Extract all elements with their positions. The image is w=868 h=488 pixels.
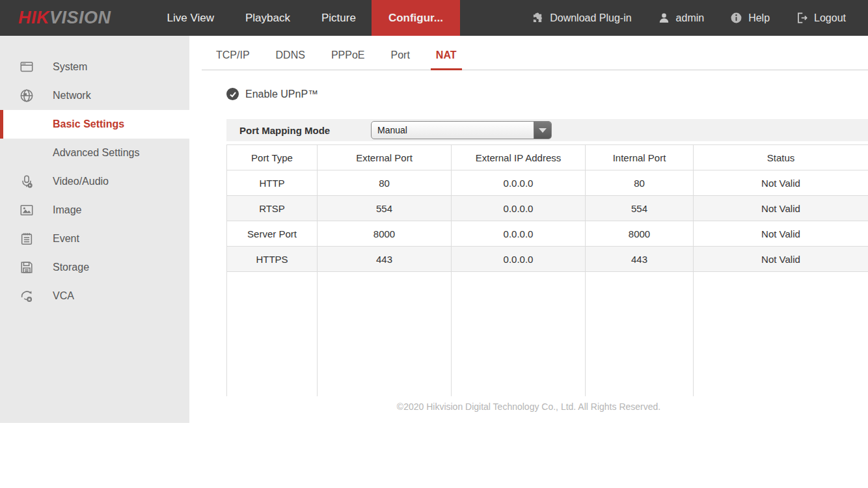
table-cell: 554 bbox=[318, 196, 452, 221]
upnp-port-table: Port Type External Port External IP Addr… bbox=[226, 144, 868, 396]
tab-pppoe[interactable]: PPPoE bbox=[326, 49, 370, 70]
user-menu[interactable]: admin bbox=[658, 12, 705, 24]
logo-hik: HIK bbox=[18, 8, 49, 27]
download-plugin-button[interactable]: Download Plug-in bbox=[531, 12, 631, 25]
user-label: admin bbox=[676, 12, 705, 24]
table-cell: 80 bbox=[318, 170, 452, 196]
table-cell: Not Valid bbox=[694, 196, 868, 221]
table-empty-cell bbox=[694, 272, 868, 396]
table-empty-cell bbox=[318, 272, 452, 396]
sidebar-item-label: VCA bbox=[53, 290, 74, 302]
sidebar-item-label: Image bbox=[53, 204, 81, 216]
table-empty-cell bbox=[452, 272, 586, 396]
port-mapping-mode-row: Port Mapping Mode Manual bbox=[226, 119, 868, 141]
user-icon bbox=[658, 12, 670, 24]
tab-tcpip[interactable]: TCP/IP bbox=[211, 49, 255, 70]
sidebar-item-label: Basic Settings bbox=[53, 118, 124, 130]
port-mapping-mode-label: Port Mapping Mode bbox=[239, 125, 330, 136]
sidebar-item-image[interactable]: Image bbox=[0, 196, 189, 224]
table-cell: 0.0.0.0 bbox=[452, 196, 586, 221]
col-header-external-ip: External IP Address bbox=[452, 145, 586, 170]
sidebar-item-network[interactable]: Network bbox=[0, 81, 189, 110]
tab-port[interactable]: Port bbox=[386, 49, 415, 70]
nav-picture[interactable]: Picture bbox=[306, 0, 372, 36]
table-cell: HTTPS bbox=[227, 247, 318, 272]
sidebar-item-label: Event bbox=[53, 233, 79, 245]
plugin-icon bbox=[531, 12, 544, 25]
sidebar-item-label: Network bbox=[53, 90, 91, 102]
sidebar: System Network Basic Settings Advanced S… bbox=[0, 36, 189, 423]
table-cell: RTSP bbox=[227, 196, 318, 221]
sidebar-item-vca[interactable]: VCA bbox=[0, 282, 189, 310]
col-header-internal-port: Internal Port bbox=[586, 145, 694, 170]
sidebar-item-advanced-settings[interactable]: Advanced Settings bbox=[0, 139, 189, 167]
sidebar-item-label: System bbox=[53, 61, 87, 73]
topbar-actions: Download Plug-in admin Help Logout bbox=[531, 12, 846, 25]
sidebar-item-event[interactable]: Event bbox=[0, 224, 189, 253]
network-icon bbox=[20, 88, 34, 103]
help-label: Help bbox=[748, 12, 770, 24]
help-icon bbox=[730, 12, 742, 24]
table-cell: 443 bbox=[586, 247, 694, 272]
logo-vision: VISION bbox=[49, 8, 111, 27]
topbar: HIKVISION Live View Playback Picture Con… bbox=[0, 0, 868, 36]
col-header-external-port: External Port bbox=[318, 145, 452, 170]
sidebar-item-storage[interactable]: Storage bbox=[0, 253, 189, 282]
sidebar-item-label: Storage bbox=[53, 262, 89, 273]
port-mapping-mode-select[interactable]: Manual bbox=[371, 121, 552, 139]
image-icon bbox=[20, 203, 34, 217]
nav-live-view[interactable]: Live View bbox=[152, 0, 230, 36]
table-cell: Server Port bbox=[227, 221, 318, 247]
sidebar-item-video-audio[interactable]: Video/Audio bbox=[0, 167, 189, 196]
sidebar-item-system[interactable]: System bbox=[0, 53, 189, 81]
table-cell: 554 bbox=[586, 196, 694, 221]
help-button[interactable]: Help bbox=[730, 12, 770, 24]
enable-upnp-checkbox[interactable] bbox=[226, 88, 239, 100]
copyright-footer: ©2020 Hikvision Digital Technology Co., … bbox=[189, 401, 868, 412]
storage-icon bbox=[20, 260, 34, 275]
table-empty-cell bbox=[586, 272, 694, 396]
sidebar-item-label: Video/Audio bbox=[53, 176, 109, 187]
chevron-down-icon[interactable] bbox=[534, 121, 551, 139]
tab-ddns[interactable]: DDNS bbox=[271, 49, 310, 70]
sidebar-item-basic-settings[interactable]: Basic Settings bbox=[0, 110, 189, 139]
table-cell: Not Valid bbox=[694, 247, 868, 272]
logout-label: Logout bbox=[814, 12, 846, 24]
video-audio-icon bbox=[20, 174, 34, 189]
table-cell: Not Valid bbox=[694, 221, 868, 247]
table-cell: 0.0.0.0 bbox=[452, 170, 586, 196]
vca-icon bbox=[20, 289, 34, 303]
network-tabs: TCP/IP DDNS PPPoE Port NAT bbox=[202, 36, 868, 70]
table-cell: 8000 bbox=[318, 221, 452, 247]
table-cell: 8000 bbox=[586, 221, 694, 247]
tab-nat[interactable]: NAT bbox=[431, 49, 462, 70]
logout-icon bbox=[796, 12, 808, 24]
nav-playback[interactable]: Playback bbox=[230, 0, 306, 36]
logout-button[interactable]: Logout bbox=[796, 12, 846, 24]
port-mapping-mode-value: Manual bbox=[377, 125, 534, 135]
enable-upnp-row: Enable UPnP™ bbox=[226, 88, 318, 100]
main-content: TCP/IP DDNS PPPoE Port NAT Enable UPnP™ … bbox=[189, 36, 868, 488]
enable-upnp-label: Enable UPnP™ bbox=[245, 88, 318, 100]
hikvision-logo: HIKVISION bbox=[18, 8, 111, 28]
table-cell: Not Valid bbox=[694, 170, 868, 196]
col-header-status: Status bbox=[694, 145, 868, 170]
table-cell: 443 bbox=[318, 247, 452, 272]
table-cell: 0.0.0.0 bbox=[452, 247, 586, 272]
col-header-port-type: Port Type bbox=[227, 145, 318, 170]
table-cell: 0.0.0.0 bbox=[452, 221, 586, 247]
event-icon bbox=[20, 232, 34, 246]
top-navigation: Live View Playback Picture Configur... bbox=[152, 0, 460, 36]
table-cell: 80 bbox=[586, 170, 694, 196]
system-icon bbox=[20, 60, 34, 74]
sidebar-item-label: Advanced Settings bbox=[53, 147, 139, 159]
table-empty-cell bbox=[227, 272, 318, 396]
nav-configuration[interactable]: Configur... bbox=[372, 0, 460, 36]
download-plugin-label: Download Plug-in bbox=[550, 12, 631, 24]
table-cell: HTTP bbox=[227, 170, 318, 196]
